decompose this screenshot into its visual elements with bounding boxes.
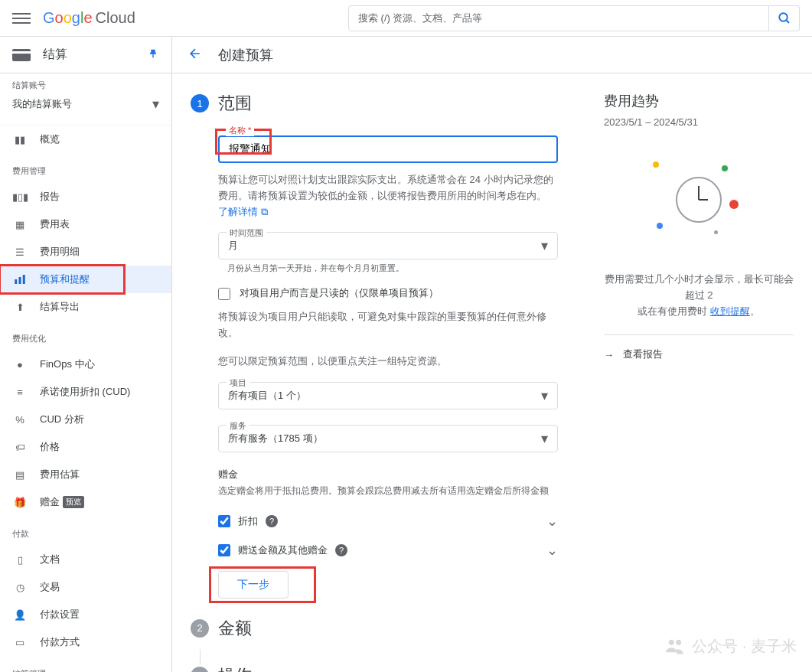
sidebar-item-label: CUD 分析: [40, 413, 84, 426]
chevron-down-icon[interactable]: ⌄: [546, 513, 558, 530]
menu-button[interactable]: [12, 9, 31, 28]
step-3-title: 操作: [218, 664, 252, 672]
arrow-right-icon: →: [604, 349, 614, 360]
cud-icon: ≡: [12, 387, 28, 398]
project-label: 项目: [227, 377, 249, 389]
svg-line-1: [786, 20, 789, 23]
service-select[interactable]: 服务 所有服务（1785 项） ▾: [218, 425, 558, 452]
sidebar-item-estimate[interactable]: ▤ 费用估算: [0, 461, 171, 488]
nav-section-manage: 结算管理: [0, 656, 171, 672]
tag-icon: 🏷: [12, 442, 28, 453]
service-label: 服务: [227, 420, 249, 432]
preview-badge: 预览: [63, 496, 84, 508]
sidebar-item-docs[interactable]: ▯ 文档: [0, 546, 171, 573]
account-value: 我的结算账号: [12, 97, 72, 111]
page-title: 创建预算: [218, 46, 273, 64]
sidebar-item-pricing[interactable]: 🏷 价格: [0, 433, 171, 461]
sidebar-item-cud-analysis[interactable]: % CUD 分析: [0, 406, 171, 433]
sidebar-item-label: 概览: [40, 132, 60, 146]
calculator-icon: ▤: [12, 469, 28, 481]
sidebar-item-transactions[interactable]: ◷ 交易: [0, 573, 171, 601]
sidebar-item-cost-table[interactable]: ▦ 费用表: [0, 210, 171, 238]
sidebar-header: 结算: [0, 37, 171, 73]
sidebar-title: 结算: [43, 47, 147, 63]
view-report-link[interactable]: → 查看报告: [604, 334, 794, 374]
readonly-description: 将预算设为项目用户只能读取，可避免对集中跟踪的重要预算的任何意外修改。: [218, 309, 558, 341]
time-range-label: 时间范围: [227, 227, 266, 239]
step-2-header: 2 金额: [191, 617, 558, 640]
trend-title: 费用趋势: [604, 92, 794, 110]
chevron-down-icon[interactable]: ⌄: [546, 542, 558, 559]
sidebar-item-cost-detail[interactable]: ☰ 费用明细: [0, 238, 171, 266]
service-value: 所有服务（1785 项）: [228, 432, 323, 445]
discount-label: 折扣: [238, 514, 258, 528]
sidebar-item-cud[interactable]: ≡ 承诺使用折扣 (CUD): [0, 378, 171, 406]
logo-suffix: Cloud: [96, 9, 135, 27]
sidebar-item-overview[interactable]: ▮▮ 概览: [0, 126, 171, 153]
trend-note: 费用需要过几个小时才会显示，最长可能会超过 2 或在有使用费时 收到提醒。: [604, 272, 794, 319]
step-number-2: 2: [191, 619, 209, 638]
form-column: 1 范围 名称 * 预算让您可以对照计划支出跟踪实际支出。系统通常会在 24 小…: [191, 92, 558, 654]
top-bar: Google Cloud 搜索 (/) 资源、文档、产品等: [0, 0, 812, 37]
sidebar-item-label: 承诺使用折扣 (CUD): [40, 385, 130, 399]
sidebar-item-label: 结算导出: [40, 300, 80, 314]
search-button[interactable]: [769, 5, 800, 31]
readonly-checkbox[interactable]: [218, 288, 230, 300]
sidebar-item-credits[interactable]: 🎁 赠金 预览: [0, 488, 171, 516]
step-1-content: 名称 * 预算让您可以对照计划支出跟踪实际支出。系统通常会在 24 小时内记录您…: [218, 124, 558, 599]
watermark-text: 公众号 · 麦子米: [692, 636, 797, 657]
sidebar-item-pay-settings[interactable]: 👤 付款设置: [0, 601, 171, 628]
chevron-down-icon: ▾: [541, 430, 548, 447]
name-input[interactable]: [229, 143, 547, 155]
person-icon: 👤: [12, 609, 28, 621]
account-select[interactable]: 结算账号 我的结算账号 ▾: [0, 73, 171, 126]
content-header: 创建预算: [172, 37, 812, 73]
next-button-wrap: 下一步: [218, 571, 289, 599]
discount-checkbox[interactable]: [218, 515, 230, 527]
clock-icon: ◷: [12, 582, 28, 593]
learn-more-link[interactable]: 了解详情: [218, 206, 258, 217]
alert-link[interactable]: 收到提醒: [710, 305, 750, 317]
finops-icon: ●: [12, 359, 28, 370]
step-1-header: 1 范围: [191, 92, 558, 115]
sidebar-item-pay-method[interactable]: ▭ 付款方式: [0, 628, 171, 656]
next-button[interactable]: 下一步: [218, 571, 289, 599]
scope-description: 您可以限定预算范围，以便重点关注一组特定资源。: [218, 354, 558, 370]
sidebar-item-label: 付款方式: [40, 635, 80, 649]
step-number-3: 3: [191, 667, 209, 672]
project-select[interactable]: 项目 所有项目（1 个） ▾: [218, 382, 558, 409]
pin-icon[interactable]: [147, 47, 159, 62]
search-wrap: 搜索 (/) 资源、文档、产品等: [348, 5, 800, 31]
time-range-value: 月: [228, 239, 238, 253]
sidebar-item-label: 费用表: [40, 217, 70, 231]
export-icon: ⬆: [12, 302, 28, 313]
sidebar-item-finops[interactable]: ● FinOps 中心: [0, 351, 171, 378]
help-icon[interactable]: ?: [266, 515, 278, 527]
sidebar-item-budgets[interactable]: 预算和提醒: [0, 266, 171, 293]
trend-date-range: 2023/5/1 – 2024/5/31: [604, 116, 794, 128]
help-icon[interactable]: ?: [335, 544, 347, 556]
bar-chart-icon: ▮▯▮: [12, 191, 28, 203]
content: 创建预算 1 范围 名称 * 预算让您可以对照计: [172, 37, 812, 672]
svg-rect-2: [15, 279, 17, 284]
table-icon: ▦: [12, 219, 28, 230]
budget-description: 预算让您可以对照计划支出跟踪实际支出。系统通常会在 24 小时内记录您的费用。请…: [218, 172, 558, 220]
sidebar-item-label: 交易: [40, 580, 60, 594]
search-input[interactable]: 搜索 (/) 资源、文档、产品等: [348, 5, 769, 31]
gift-row: 赠送金额及其他赠金 ? ⌄: [218, 536, 558, 565]
sidebar-item-label: 文档: [40, 553, 60, 566]
chevron-down-icon: ▾: [152, 96, 159, 113]
time-range-select[interactable]: 时间范围 月 ▾: [218, 232, 558, 259]
logo[interactable]: Google Cloud: [43, 9, 135, 27]
sidebar-item-label: 付款设置: [40, 608, 80, 621]
sidebar-item-label: 赠金: [40, 495, 60, 509]
budget-icon: [12, 272, 28, 286]
main: 1 范围 名称 * 预算让您可以对照计划支出跟踪实际支出。系统通常会在 24 小…: [172, 73, 812, 672]
back-button[interactable]: [188, 46, 203, 64]
sidebar-item-reports[interactable]: ▮▯▮ 报告: [0, 183, 171, 210]
nav-section-cost: 费用管理: [0, 153, 171, 183]
gift-checkbox[interactable]: [218, 544, 230, 556]
sidebar-item-export[interactable]: ⬆ 结算导出: [0, 293, 171, 321]
percent-icon: %: [12, 414, 28, 426]
sidebar-item-label: 费用明细: [40, 245, 80, 259]
